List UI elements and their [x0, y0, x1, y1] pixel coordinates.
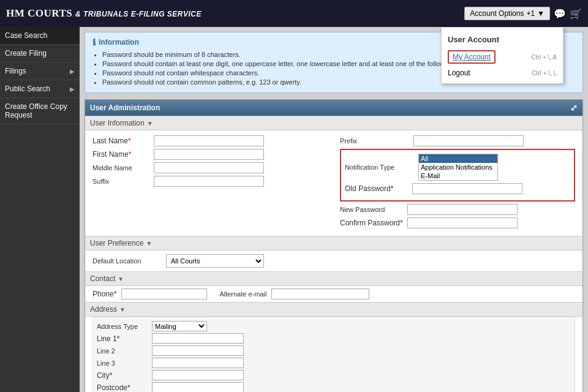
- suffix-row: Suffix: [92, 176, 328, 187]
- city-input[interactable]: [152, 370, 244, 380]
- last-name-row: Last Name*: [92, 135, 328, 146]
- account-options-label: Account Options: [470, 9, 524, 18]
- address-type-select[interactable]: Mailing: [152, 321, 207, 331]
- basket-icon[interactable]: 🛒: [570, 8, 582, 20]
- sidebar-item-case-search[interactable]: Case Search: [0, 27, 80, 45]
- user-admin-panel: User Administration ⤢ User Information ▼…: [85, 99, 583, 392]
- my-account-label[interactable]: My Account: [448, 50, 496, 64]
- line3-row: Line 3: [97, 358, 571, 368]
- middle-name-label: Middle Name: [92, 164, 154, 172]
- sidebar-label-public-search: Public Search: [5, 85, 50, 93]
- confirm-password-label: Confirm Password*: [340, 219, 407, 227]
- location-row: Default Location All Courts: [85, 251, 582, 271]
- city-row: City*: [97, 370, 571, 380]
- suffix-label: Suffix: [92, 178, 154, 185]
- notif-option-app[interactable]: Application Notifications: [419, 163, 497, 172]
- sidebar-label-filings: Filings: [5, 67, 26, 75]
- line3-label: Line 3: [97, 360, 152, 367]
- confirm-password-input[interactable]: [407, 217, 518, 228]
- line1-label: Line 1*: [97, 334, 152, 343]
- address-type-label: Address Type: [97, 323, 152, 330]
- user-info-section-header[interactable]: User Information ▼: [85, 116, 582, 130]
- user-info-two-col: Last Name* First Name* Middle Name: [92, 135, 575, 231]
- chevron-down-icon: ▼: [537, 9, 545, 18]
- first-name-input[interactable]: [154, 149, 264, 160]
- notification-section: Notification Type All Application Notifi…: [340, 149, 575, 202]
- logout-label[interactable]: Logout: [448, 69, 470, 77]
- last-name-label: Last Name*: [92, 137, 154, 145]
- last-name-input[interactable]: [154, 135, 264, 146]
- dropdown-title: User Account: [442, 32, 563, 48]
- prefix-input[interactable]: [413, 135, 524, 146]
- notif-option-email[interactable]: E-Mail: [419, 172, 497, 180]
- postcode-input[interactable]: [152, 382, 244, 392]
- address-label: Address: [90, 305, 117, 314]
- header-right: Account Options +1 ▼ 💬 🛒: [464, 7, 582, 20]
- required-star-2: *: [129, 150, 132, 159]
- line2-input[interactable]: [152, 345, 244, 356]
- middle-name-input[interactable]: [154, 162, 264, 173]
- logout-menu-item[interactable]: Logout Ctrl + \, L: [442, 66, 563, 80]
- phone-input[interactable]: [121, 288, 207, 300]
- old-password-input[interactable]: [412, 183, 522, 194]
- notification-type-select[interactable]: All Application Notifications E-Mail: [418, 154, 498, 181]
- address-type-row: Address Type Mailing: [97, 321, 571, 331]
- prefix-label: Prefix: [340, 137, 413, 145]
- user-preference-label: User Preference: [90, 239, 143, 247]
- postcode-label: Postcode*: [97, 383, 152, 392]
- notification-type-row: Notification Type All Application Notifi…: [345, 154, 570, 181]
- user-info-form: Last Name* First Name* Middle Name: [85, 130, 582, 236]
- my-account-menu-item[interactable]: My Account Ctrl + \, A: [442, 48, 563, 66]
- line3-input[interactable]: [152, 358, 244, 368]
- sidebar-item-create-filing[interactable]: Create Filing: [0, 45, 80, 62]
- contact-row: Phone* Alternate e-mail: [85, 286, 582, 302]
- alt-email-input[interactable]: [271, 288, 369, 300]
- sidebar: Case Search Create Filing Filings ▶ Publ…: [0, 27, 80, 392]
- notif-option-all[interactable]: All: [419, 154, 497, 163]
- account-options-count: +1: [526, 9, 535, 18]
- address-section-header[interactable]: Address ▼: [85, 302, 582, 317]
- user-preference-section-header[interactable]: User Preference ▼: [85, 236, 582, 251]
- app-header: HM Courts & Tribunals E-Filing Service A…: [0, 0, 588, 27]
- new-password-input[interactable]: [407, 204, 518, 215]
- app-title: HM Courts & Tribunals E-Filing Service: [6, 7, 202, 20]
- line1-input[interactable]: [152, 333, 244, 344]
- alt-email-field: Alternate e-mail: [219, 288, 369, 300]
- notification-type-label: Notification Type: [345, 164, 418, 171]
- suffix-input[interactable]: [154, 176, 264, 187]
- sidebar-label-create-office-copy: Create Office Copy Request: [5, 102, 75, 119]
- line2-row: Line 2: [97, 345, 571, 356]
- prefix-row: Prefix: [340, 135, 575, 146]
- collapse-icon-3: ▼: [118, 276, 124, 282]
- contact-label: Contact: [90, 274, 115, 283]
- default-location-select[interactable]: All Courts: [166, 254, 264, 268]
- account-options-button[interactable]: Account Options +1 ▼: [464, 7, 550, 20]
- info-icon: ℹ: [92, 37, 96, 47]
- my-account-shortcut: Ctrl + \, A: [532, 54, 557, 61]
- sidebar-label-create-filing: Create Filing: [5, 49, 47, 58]
- line1-row: Line 1*: [97, 333, 571, 344]
- panel-header: User Administration ⤢: [85, 100, 582, 116]
- collapse-icon: ▼: [147, 120, 153, 127]
- city-label: City*: [97, 371, 152, 380]
- logout-shortcut: Ctrl + \, L: [532, 70, 557, 77]
- required-star: *: [128, 137, 131, 145]
- sidebar-label-case-search: Case Search: [5, 31, 47, 40]
- old-password-row: Old Password*: [345, 183, 570, 194]
- phone-label: Phone*: [92, 290, 116, 298]
- address-inner: Address Type Mailing Line 1* Line 2: [92, 317, 575, 392]
- first-name-row: First Name*: [92, 149, 328, 160]
- sidebar-item-filings[interactable]: Filings ▶: [0, 62, 80, 80]
- account-dropdown: User Account My Account Ctrl + \, A Logo…: [441, 27, 564, 84]
- first-name-label: First Name*: [92, 150, 154, 159]
- collapse-icon-2: ▼: [146, 240, 152, 247]
- sidebar-item-public-search[interactable]: Public Search ▶: [0, 80, 80, 98]
- middle-name-row: Middle Name: [92, 162, 328, 173]
- expand-icon[interactable]: ⤢: [570, 103, 578, 113]
- chat-icon[interactable]: 💬: [554, 8, 566, 20]
- alt-email-label: Alternate e-mail: [219, 290, 266, 298]
- postcode-row: Postcode*: [97, 382, 571, 392]
- contact-section-header[interactable]: Contact ▼: [85, 271, 582, 286]
- panel-title: User Administration: [90, 104, 160, 112]
- sidebar-item-create-office-copy[interactable]: Create Office Copy Request: [0, 98, 80, 124]
